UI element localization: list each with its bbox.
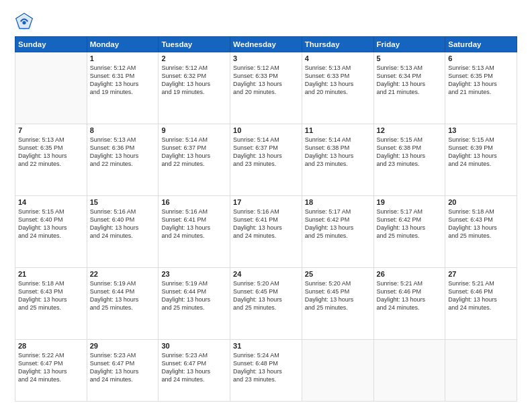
day-number: 9 bbox=[161, 126, 227, 134]
calendar-cell: 23Sunrise: 5:19 AM Sunset: 6:44 PM Dayli… bbox=[159, 267, 230, 339]
day-header-sunday: Sunday bbox=[15, 37, 87, 52]
calendar-cell: 13Sunrise: 5:15 AM Sunset: 6:39 PM Dayli… bbox=[445, 124, 517, 195]
day-number: 19 bbox=[377, 198, 443, 206]
day-info: Sunrise: 5:24 AM Sunset: 6:48 PM Dayligh… bbox=[233, 351, 299, 384]
calendar-cell: 9Sunrise: 5:14 AM Sunset: 6:37 PM Daylig… bbox=[159, 124, 230, 195]
day-info: Sunrise: 5:19 AM Sunset: 6:44 PM Dayligh… bbox=[90, 279, 156, 312]
day-number: 7 bbox=[18, 126, 84, 134]
day-info: Sunrise: 5:13 AM Sunset: 6:34 PM Dayligh… bbox=[377, 64, 443, 97]
day-info: Sunrise: 5:22 AM Sunset: 6:47 PM Dayligh… bbox=[18, 351, 84, 384]
calendar-cell: 30Sunrise: 5:23 AM Sunset: 6:47 PM Dayli… bbox=[159, 339, 230, 401]
calendar-cell: 14Sunrise: 5:15 AM Sunset: 6:40 PM Dayli… bbox=[15, 195, 87, 267]
day-number: 15 bbox=[90, 198, 156, 206]
day-info: Sunrise: 5:23 AM Sunset: 6:47 PM Dayligh… bbox=[90, 351, 156, 384]
day-info: Sunrise: 5:13 AM Sunset: 6:33 PM Dayligh… bbox=[305, 64, 371, 97]
day-info: Sunrise: 5:23 AM Sunset: 6:47 PM Dayligh… bbox=[161, 351, 227, 384]
week-row-1: 1Sunrise: 5:12 AM Sunset: 6:31 PM Daylig… bbox=[15, 52, 517, 124]
calendar-cell: 2Sunrise: 5:12 AM Sunset: 6:32 PM Daylig… bbox=[159, 52, 230, 124]
day-info: Sunrise: 5:15 AM Sunset: 6:38 PM Dayligh… bbox=[377, 136, 443, 169]
day-info: Sunrise: 5:21 AM Sunset: 6:46 PM Dayligh… bbox=[377, 279, 443, 312]
calendar-cell: 29Sunrise: 5:23 AM Sunset: 6:47 PM Dayli… bbox=[87, 339, 159, 401]
calendar-cell: 6Sunrise: 5:13 AM Sunset: 6:35 PM Daylig… bbox=[445, 52, 517, 124]
logo bbox=[15, 12, 36, 31]
day-info: Sunrise: 5:17 AM Sunset: 6:42 PM Dayligh… bbox=[305, 208, 371, 240]
calendar-cell bbox=[445, 339, 517, 401]
week-row-5: 28Sunrise: 5:22 AM Sunset: 6:47 PM Dayli… bbox=[15, 339, 517, 401]
header bbox=[15, 12, 517, 31]
day-info: Sunrise: 5:12 AM Sunset: 6:32 PM Dayligh… bbox=[161, 64, 227, 97]
day-number: 29 bbox=[90, 342, 156, 350]
day-info: Sunrise: 5:17 AM Sunset: 6:42 PM Dayligh… bbox=[377, 208, 443, 240]
day-info: Sunrise: 5:14 AM Sunset: 6:37 PM Dayligh… bbox=[233, 136, 299, 169]
calendar-cell bbox=[302, 339, 373, 401]
calendar-cell: 18Sunrise: 5:17 AM Sunset: 6:42 PM Dayli… bbox=[302, 195, 373, 267]
day-info: Sunrise: 5:12 AM Sunset: 6:31 PM Dayligh… bbox=[90, 64, 156, 97]
day-number: 1 bbox=[90, 54, 156, 62]
day-number: 11 bbox=[305, 126, 371, 134]
day-info: Sunrise: 5:14 AM Sunset: 6:37 PM Dayligh… bbox=[161, 136, 227, 169]
calendar-cell: 3Sunrise: 5:12 AM Sunset: 6:33 PM Daylig… bbox=[230, 52, 302, 124]
day-info: Sunrise: 5:18 AM Sunset: 6:43 PM Dayligh… bbox=[448, 208, 514, 240]
day-info: Sunrise: 5:16 AM Sunset: 6:41 PM Dayligh… bbox=[233, 208, 299, 240]
calendar-cell: 27Sunrise: 5:21 AM Sunset: 6:46 PM Dayli… bbox=[445, 267, 517, 339]
day-number: 6 bbox=[448, 54, 514, 62]
day-number: 14 bbox=[18, 198, 84, 206]
calendar-cell: 17Sunrise: 5:16 AM Sunset: 6:41 PM Dayli… bbox=[230, 195, 302, 267]
calendar-cell: 7Sunrise: 5:13 AM Sunset: 6:35 PM Daylig… bbox=[15, 124, 87, 195]
day-number: 12 bbox=[377, 126, 443, 134]
week-row-3: 14Sunrise: 5:15 AM Sunset: 6:40 PM Dayli… bbox=[15, 195, 517, 267]
day-info: Sunrise: 5:16 AM Sunset: 6:41 PM Dayligh… bbox=[161, 208, 227, 240]
day-info: Sunrise: 5:13 AM Sunset: 6:36 PM Dayligh… bbox=[90, 136, 156, 169]
page: SundayMondayTuesdayWednesdayThursdayFrid… bbox=[0, 0, 532, 411]
calendar-cell: 4Sunrise: 5:13 AM Sunset: 6:33 PM Daylig… bbox=[302, 52, 373, 124]
calendar-cell: 8Sunrise: 5:13 AM Sunset: 6:36 PM Daylig… bbox=[87, 124, 159, 195]
day-header-friday: Friday bbox=[373, 37, 445, 52]
day-number: 24 bbox=[233, 270, 299, 278]
day-number: 31 bbox=[233, 342, 299, 350]
calendar-cell: 5Sunrise: 5:13 AM Sunset: 6:34 PM Daylig… bbox=[373, 52, 445, 124]
svg-point-2 bbox=[22, 21, 26, 24]
calendar-cell: 20Sunrise: 5:18 AM Sunset: 6:43 PM Dayli… bbox=[445, 195, 517, 267]
calendar-cell: 22Sunrise: 5:19 AM Sunset: 6:44 PM Dayli… bbox=[87, 267, 159, 339]
day-number: 21 bbox=[18, 270, 84, 278]
day-number: 25 bbox=[305, 270, 371, 278]
calendar-cell: 24Sunrise: 5:20 AM Sunset: 6:45 PM Dayli… bbox=[230, 267, 302, 339]
calendar-cell: 12Sunrise: 5:15 AM Sunset: 6:38 PM Dayli… bbox=[373, 124, 445, 195]
day-number: 17 bbox=[233, 198, 299, 206]
calendar-cell: 25Sunrise: 5:20 AM Sunset: 6:45 PM Dayli… bbox=[302, 267, 373, 339]
day-number: 30 bbox=[161, 342, 227, 350]
day-number: 27 bbox=[448, 270, 514, 278]
day-header-saturday: Saturday bbox=[445, 37, 517, 52]
calendar-cell: 26Sunrise: 5:21 AM Sunset: 6:46 PM Dayli… bbox=[373, 267, 445, 339]
calendar-cell: 21Sunrise: 5:18 AM Sunset: 6:43 PM Dayli… bbox=[15, 267, 87, 339]
day-number: 13 bbox=[448, 126, 514, 134]
day-info: Sunrise: 5:18 AM Sunset: 6:43 PM Dayligh… bbox=[18, 279, 84, 312]
day-info: Sunrise: 5:15 AM Sunset: 6:39 PM Dayligh… bbox=[448, 136, 514, 169]
day-header-thursday: Thursday bbox=[302, 37, 373, 52]
day-number: 4 bbox=[305, 54, 371, 62]
day-info: Sunrise: 5:20 AM Sunset: 6:45 PM Dayligh… bbox=[305, 279, 371, 312]
day-number: 10 bbox=[233, 126, 299, 134]
day-number: 3 bbox=[233, 54, 299, 62]
day-info: Sunrise: 5:14 AM Sunset: 6:38 PM Dayligh… bbox=[305, 136, 371, 169]
day-number: 8 bbox=[90, 126, 156, 134]
calendar-cell: 19Sunrise: 5:17 AM Sunset: 6:42 PM Dayli… bbox=[373, 195, 445, 267]
calendar-cell: 11Sunrise: 5:14 AM Sunset: 6:38 PM Dayli… bbox=[302, 124, 373, 195]
calendar-cell bbox=[373, 339, 445, 401]
day-info: Sunrise: 5:21 AM Sunset: 6:46 PM Dayligh… bbox=[448, 279, 514, 312]
day-number: 18 bbox=[305, 198, 371, 206]
day-info: Sunrise: 5:16 AM Sunset: 6:40 PM Dayligh… bbox=[90, 208, 156, 240]
calendar-cell bbox=[15, 52, 87, 124]
day-number: 16 bbox=[161, 198, 227, 206]
day-number: 26 bbox=[377, 270, 443, 278]
day-number: 22 bbox=[90, 270, 156, 278]
calendar-cell: 10Sunrise: 5:14 AM Sunset: 6:37 PM Dayli… bbox=[230, 124, 302, 195]
calendar-cell: 31Sunrise: 5:24 AM Sunset: 6:48 PM Dayli… bbox=[230, 339, 302, 401]
day-info: Sunrise: 5:20 AM Sunset: 6:45 PM Dayligh… bbox=[233, 279, 299, 312]
day-info: Sunrise: 5:15 AM Sunset: 6:40 PM Dayligh… bbox=[18, 208, 84, 240]
day-info: Sunrise: 5:13 AM Sunset: 6:35 PM Dayligh… bbox=[18, 136, 84, 169]
calendar-cell: 15Sunrise: 5:16 AM Sunset: 6:40 PM Dayli… bbox=[87, 195, 159, 267]
day-number: 5 bbox=[377, 54, 443, 62]
week-row-4: 21Sunrise: 5:18 AM Sunset: 6:43 PM Dayli… bbox=[15, 267, 517, 339]
day-info: Sunrise: 5:13 AM Sunset: 6:35 PM Dayligh… bbox=[448, 64, 514, 97]
